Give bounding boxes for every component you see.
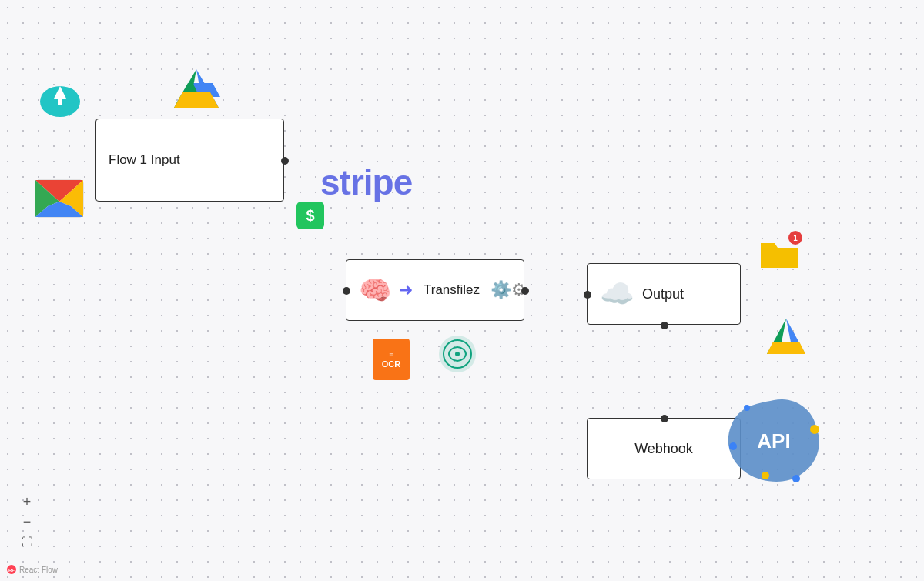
transfilez-left-dot: [343, 287, 350, 295]
folder-notification-icon: 1: [759, 235, 799, 275]
api-icon: API: [724, 392, 824, 488]
svg-point-32: [792, 475, 800, 482]
gmail-icon: [34, 179, 85, 222]
output-node[interactable]: ☁️ Output: [587, 263, 741, 325]
svg-point-24: [455, 352, 460, 356]
svg-point-31: [744, 405, 750, 411]
svg-marker-22: [174, 92, 219, 108]
svg-point-29: [762, 472, 769, 479]
svg-point-28: [810, 425, 819, 434]
react-flow-logo: RF: [6, 564, 17, 575]
transfilez-right-dot: [521, 287, 529, 295]
gdrive-top-icon: [172, 68, 220, 115]
svg-text:API: API: [757, 429, 790, 452]
output-label: Output: [642, 286, 684, 302]
webhook-node[interactable]: Webhook: [587, 418, 741, 479]
upload-cloud-icon: [37, 77, 83, 125]
webhook-label: Webhook: [634, 441, 693, 457]
brain-icon: 🧠: [359, 275, 391, 306]
flow-input-label: Flow 1 Input: [109, 152, 180, 168]
output-bottom-dot: [661, 322, 668, 329]
webhook-top-dot: [661, 415, 668, 422]
svg-rect-6: [58, 98, 62, 105]
svg-marker-27: [767, 342, 805, 354]
svg-point-30: [729, 442, 737, 450]
flow-input-node[interactable]: Flow 1 Input: [95, 119, 284, 202]
stripe-dollar-icon[interactable]: $: [296, 202, 324, 229]
zoom-in-button[interactable]: +: [18, 493, 35, 510]
gdrive-bottom-icon: [765, 317, 807, 359]
flow-input-right-dot: [281, 157, 289, 165]
output-left-dot: [584, 291, 591, 299]
svg-text:RF: RF: [8, 568, 15, 573]
zoom-out-button[interactable]: −: [18, 513, 35, 530]
chatgpt-icon: [437, 334, 477, 377]
zoom-controls: + − ⛶: [18, 493, 35, 550]
react-flow-watermark: RF React Flow: [6, 564, 58, 575]
fit-view-button[interactable]: ⛶: [18, 533, 35, 550]
stripe-label: stripe: [320, 162, 412, 203]
transfilez-node[interactable]: 🧠 ➜ Transfilez ⚙️⚙: [346, 259, 524, 321]
ocr-icon: ≡ OCR: [373, 339, 410, 380]
download-cloud-icon: ☁️: [600, 278, 634, 310]
transfilez-label: Transfilez: [424, 282, 480, 298]
